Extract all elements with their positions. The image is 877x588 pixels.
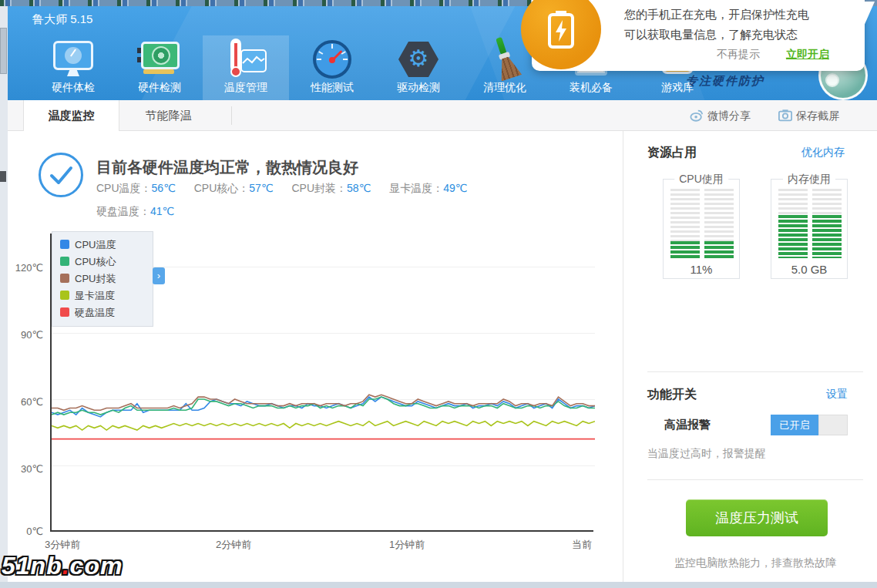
metric-value: 57℃ — [249, 182, 273, 194]
monitor-icon — [51, 37, 96, 82]
legend-swatch — [60, 274, 69, 283]
gauge-label: CPU使用 — [674, 173, 728, 186]
desktop-bottom-strip — [0, 582, 877, 588]
gauge-label: 内存使用 — [783, 173, 835, 186]
y-axis-tick: 0℃ — [9, 526, 43, 537]
gpu-card-icon — [137, 37, 182, 82]
metric-value: 56℃ — [152, 182, 176, 194]
x-axis-tick: 当前 — [572, 538, 592, 552]
temperature-metrics-row: 硬盘温度：41℃ — [96, 205, 190, 219]
nav-item-driver[interactable]: ⚙ 驱动检测 — [375, 35, 462, 100]
legend-item-cpu-core[interactable]: CPU核心 — [60, 254, 153, 270]
legend-label: CPU封装 — [75, 273, 116, 284]
stress-test-button[interactable]: 温度压力测试 — [686, 499, 828, 536]
nav-item-hardware-check[interactable]: 硬件体检 — [30, 35, 116, 100]
function-switches-title: 功能开关 — [647, 387, 697, 403]
metric-label: 硬盘温度： — [96, 205, 150, 217]
settings-link[interactable]: 设置 — [826, 388, 848, 402]
legend-swatch — [60, 291, 69, 300]
weibo-icon — [690, 109, 704, 123]
battery-charging-icon — [521, 0, 601, 69]
legend-swatch — [60, 240, 69, 249]
status-heading: 目前各硬件温度均正常，散热情况良好 — [96, 157, 358, 178]
nav-item-hardware-detect[interactable]: 硬件检测 — [116, 35, 203, 100]
nav-item-label: 驱动检测 — [375, 81, 462, 95]
temperature-metrics-row: CPU温度：56℃ CPU核心：57℃ CPU封装：58℃ 显卡温度：49℃ — [96, 182, 483, 196]
legend-item-cpu-package[interactable]: CPU封装 — [60, 270, 153, 287]
nav-item-label: 温度管理 — [203, 81, 289, 95]
nav-item-label: 性能测试 — [289, 81, 375, 95]
status-check-icon — [39, 153, 83, 197]
watermark: 51nb.com — [2, 552, 123, 580]
tab-separator — [231, 106, 232, 125]
chart-legend: CPU温度 CPU核心 CPU封装 显卡温度 硬盘温度 — [52, 231, 153, 327]
memory-usage-gauge: 内存使用 5.0 GB — [771, 179, 848, 279]
dismiss-link[interactable]: 不再提示 — [717, 48, 760, 62]
nav-item-temperature[interactable]: 温度管理 — [203, 35, 289, 100]
high-temp-alarm-toggle[interactable]: 已开启 — [771, 415, 848, 435]
optimize-memory-link[interactable]: 优化内存 — [801, 146, 845, 160]
nav-item-benchmark[interactable]: 性能测试 — [289, 35, 375, 100]
metric-label: CPU封装： — [292, 182, 348, 194]
camera-icon — [778, 109, 792, 123]
weibo-share-link[interactable]: 微博分享 — [707, 100, 751, 131]
notification-line-2: 可以获取电量信息，了解充电状态 — [624, 28, 798, 42]
nav-item-label: 清理优化 — [462, 81, 548, 95]
thermometer-chart-icon — [223, 37, 268, 82]
app-window: 鲁大师 5.15 硬件体检 硬件检测 温度管理 — [8, 6, 877, 582]
content-divider — [623, 131, 623, 582]
y-axis-tick: 60℃ — [9, 396, 43, 408]
speedometer-icon — [310, 37, 354, 82]
alarm-note: 当温度过高时，报警提醒 — [647, 447, 766, 461]
app-title: 鲁大师 5.15 — [32, 12, 92, 27]
legend-collapse-chevron-icon[interactable]: › — [153, 267, 165, 284]
metric-value: 58℃ — [347, 182, 371, 194]
tab-temperature-monitor[interactable]: 温度监控 — [23, 100, 119, 132]
legend-swatch — [60, 257, 69, 266]
high-temp-alarm-label: 高温报警 — [664, 418, 711, 432]
nav-item-label: 硬件检测 — [116, 81, 203, 95]
x-axis-tick: 3分钟前 — [45, 538, 80, 552]
stress-test-caption: 监控电脑散热能力，排查散热故障 — [640, 556, 871, 570]
legend-label: CPU核心 — [75, 256, 116, 267]
metric-value: 41℃ — [150, 205, 174, 217]
x-axis-tick: 1分钟前 — [389, 538, 425, 552]
save-screenshot-link[interactable]: 保存截屏 — [796, 100, 839, 131]
sidebar-divider — [647, 479, 863, 480]
toggle-on-label: 已开启 — [771, 415, 818, 435]
cpu-usage-value: 11% — [664, 263, 739, 276]
y-axis-tick: 120℃ — [9, 262, 43, 274]
legend-item-disk-temp[interactable]: 硬盘温度 — [60, 304, 153, 321]
legend-item-gpu-temp[interactable]: 显卡温度 — [60, 287, 153, 304]
x-axis-tick: 2分钟前 — [216, 538, 251, 552]
legend-label: 硬盘温度 — [75, 307, 115, 318]
broom-icon — [482, 37, 527, 82]
metric-label: CPU温度： — [96, 182, 152, 194]
tab-bar: 温度监控 节能降温 微博分享 保存截屏 — [8, 100, 877, 131]
y-axis-tick: 30℃ — [9, 463, 43, 475]
metric-label: CPU核心： — [194, 182, 250, 194]
cpu-usage-gauge: CPU使用 11% — [663, 179, 740, 279]
popup-tail — [863, 2, 875, 28]
desktop-fragment — [0, 28, 7, 74]
driver-gear-icon: ⚙ — [396, 37, 441, 82]
nav-item-label: 装机必备 — [548, 81, 634, 95]
legend-label: CPU温度 — [75, 239, 116, 250]
toggle-track — [818, 415, 848, 435]
legend-swatch — [60, 307, 69, 317]
metric-value: 49℃ — [443, 182, 467, 194]
charging-notification-popup: 您的手机正在充电，开启保护性充电 可以获取电量信息，了解充电状态 不再提示 立即… — [532, 0, 865, 71]
notification-line-1: 您的手机正在充电，开启保护性充电 — [624, 8, 809, 22]
memory-usage-value: 5.0 GB — [771, 263, 847, 276]
tab-energy-cooling[interactable]: 节能降温 — [120, 100, 217, 131]
metric-label: 显卡温度： — [389, 182, 443, 194]
resource-usage-title: 资源占用 — [647, 145, 697, 161]
desktop-left-strip — [0, 6, 8, 582]
main-content: 目前各硬件温度均正常，散热情况良好 CPU温度：56℃ CPU核心：57℃ CP… — [8, 131, 877, 582]
y-axis-tick: 90℃ — [9, 329, 43, 341]
slogan-text: 专注硬件防护 — [686, 74, 764, 89]
nav-item-label: 硬件体检 — [30, 81, 116, 95]
enable-now-link[interactable]: 立即开启 — [786, 48, 829, 62]
sidebar-divider — [647, 371, 863, 372]
legend-item-cpu-temp[interactable]: CPU温度 — [60, 237, 153, 254]
